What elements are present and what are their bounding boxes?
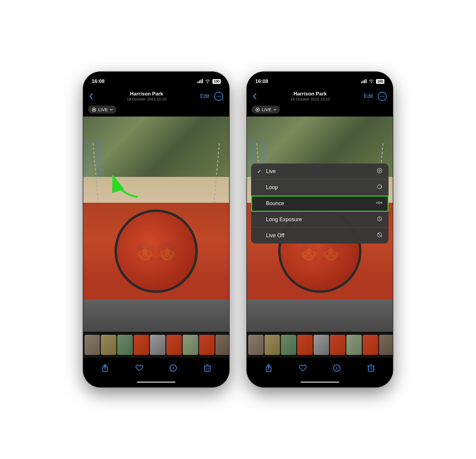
- edit-button-right[interactable]: Edit: [364, 93, 373, 99]
- thumb-7-right[interactable]: [346, 335, 362, 355]
- svg-rect-0: [198, 81, 198, 83]
- long-exposure-icon: [377, 216, 383, 223]
- scene-top-left: [83, 117, 229, 177]
- signal-icon-left: [198, 79, 203, 84]
- heart-button-left[interactable]: [133, 361, 146, 375]
- bounce-label: Bounce: [266, 200, 284, 207]
- nav-bar-left: Harrison Park 18 October 2023 15:10 Edit: [83, 89, 229, 104]
- phone-right: 16:08 100: [247, 72, 393, 387]
- nav-title-main-right: Harrison Park: [290, 91, 330, 97]
- wifi-icon-left: [205, 79, 210, 84]
- scene-bottom-right: [247, 299, 393, 332]
- live-off-icon: [377, 232, 383, 239]
- live-badge-right[interactable]: LIVE: [252, 106, 280, 114]
- trash-button-right[interactable]: [364, 361, 378, 375]
- live-bar-left: LIVE: [83, 104, 229, 117]
- photo-area-right: 👧👧 ✓ Live: [247, 117, 393, 332]
- menu-item-live[interactable]: ✓ Live: [251, 164, 389, 180]
- thumb-2-left[interactable]: [101, 335, 116, 355]
- more-button-left[interactable]: [214, 92, 223, 101]
- bottom-toolbar-right: i: [247, 358, 393, 377]
- nav-title-right: Harrison Park 18 October 2023 15:10: [290, 91, 330, 101]
- more-button-right[interactable]: [378, 92, 387, 101]
- thumb-strip-left: [83, 332, 229, 358]
- battery-icon-right: 100: [376, 79, 384, 84]
- svg-point-27: [379, 170, 380, 171]
- menu-item-live-off[interactable]: ✓ Live Off: [251, 228, 389, 243]
- status-icons-right: 100: [361, 79, 384, 84]
- scene-mid-left: [83, 177, 229, 203]
- svg-point-7: [220, 96, 221, 97]
- thumb-1-right[interactable]: [248, 335, 264, 355]
- thumb-6-left[interactable]: [166, 335, 182, 355]
- dynamic-island-right: [301, 76, 339, 87]
- home-bar-left: [137, 381, 176, 383]
- home-bar-right: [300, 381, 339, 383]
- thumb-2-right[interactable]: [264, 335, 280, 355]
- live-bar-right: LIVE: [247, 104, 393, 117]
- share-button-left[interactable]: [98, 361, 112, 375]
- svg-rect-2: [201, 80, 201, 83]
- edit-button-left[interactable]: Edit: [200, 93, 209, 99]
- back-button-left[interactable]: [89, 93, 93, 99]
- svg-rect-35: [368, 366, 374, 371]
- svg-text:i: i: [336, 366, 337, 370]
- menu-item-live-off-left: ✓ Live Off: [257, 232, 284, 239]
- live-dropdown-menu: ✓ Live ✓ Loop: [251, 164, 389, 243]
- nav-actions-right: Edit: [364, 92, 387, 101]
- thumb-5-left[interactable]: [150, 335, 165, 355]
- svg-line-31: [378, 233, 381, 237]
- scene-bottom-left: [83, 299, 229, 332]
- svg-rect-14: [205, 366, 210, 371]
- thumb-9-right[interactable]: [379, 335, 393, 355]
- phone-inner-left: 16:08 100: [83, 72, 229, 387]
- home-indicator-right: [247, 377, 393, 387]
- wifi-icon-right: [369, 79, 374, 84]
- menu-item-bounce[interactable]: ✓ Bounce: [251, 196, 389, 212]
- svg-rect-17: [364, 80, 365, 83]
- menu-item-loop[interactable]: ✓ Loop: [251, 180, 389, 196]
- live-badge-left[interactable]: LIVE: [88, 106, 116, 114]
- share-button-right[interactable]: [262, 361, 275, 375]
- info-button-right[interactable]: i: [330, 361, 343, 375]
- battery-icon-left: 100: [212, 79, 221, 84]
- svg-rect-18: [366, 79, 367, 83]
- menu-item-bounce-left: ✓ Bounce: [257, 200, 284, 207]
- back-button-right[interactable]: [253, 93, 256, 99]
- status-icons-left: 100: [198, 79, 221, 84]
- phone-left: 16:08 100: [83, 72, 229, 387]
- live-off-label: Live Off: [266, 232, 284, 239]
- svg-rect-16: [363, 81, 364, 83]
- loop-icon: [377, 184, 383, 191]
- thumb-7-left[interactable]: [183, 335, 198, 355]
- thumb-3-left[interactable]: [117, 335, 133, 355]
- thumb-8-left[interactable]: [199, 335, 214, 355]
- thumb-3-right[interactable]: [281, 335, 296, 355]
- svg-point-5: [217, 96, 218, 97]
- trash-button-left[interactable]: [201, 361, 214, 375]
- menu-item-long-exposure[interactable]: ✓ Long Exposure: [251, 212, 389, 228]
- page-container: 16:08 100: [0, 0, 476, 459]
- svg-point-24: [257, 109, 259, 110]
- svg-point-22: [383, 96, 384, 97]
- menu-item-long-exposure-left: ✓ Long Exposure: [257, 216, 302, 223]
- scene-main-left: 👧👧: [83, 203, 229, 300]
- thumb-6-right[interactable]: [330, 335, 345, 355]
- battery-level-right: 100: [377, 79, 383, 84]
- thumb-5-right[interactable]: [314, 335, 329, 355]
- svg-point-6: [218, 96, 219, 97]
- thumb-4-right[interactable]: [297, 335, 313, 355]
- kids-left: 👧👧: [134, 240, 178, 262]
- thumb-1-left[interactable]: [84, 335, 100, 355]
- thumb-9-left[interactable]: [215, 335, 229, 355]
- info-button-left[interactable]: i: [167, 361, 180, 375]
- svg-text:i: i: [173, 366, 174, 370]
- nav-subtitle-right: 18 October 2023 15:10: [290, 97, 330, 101]
- live-label: Live: [266, 168, 276, 175]
- thumb-8-right[interactable]: [363, 335, 378, 355]
- bounce-icon: [376, 200, 383, 207]
- heart-button-right[interactable]: [296, 361, 309, 375]
- thumb-4-left[interactable]: [134, 335, 149, 355]
- live-label-left: LIVE: [98, 107, 108, 112]
- svg-point-28: [378, 202, 380, 204]
